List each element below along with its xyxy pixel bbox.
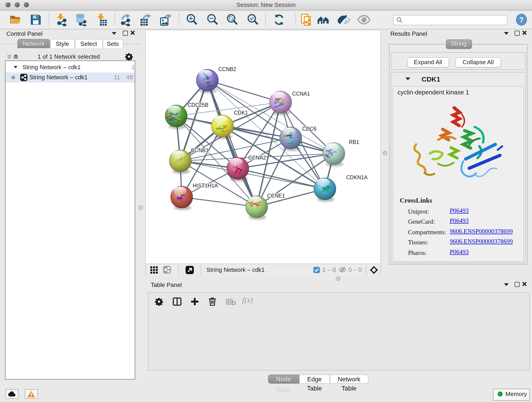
import-database-icon[interactable]	[75, 13, 88, 26]
birdseye-grid-icon[interactable]	[150, 266, 158, 274]
node-label-CDK1: CDK1	[234, 110, 248, 116]
node-label-CDC6: CDC6	[302, 126, 317, 132]
gene-details: cyclin-dependent kinase 1	[393, 86, 524, 262]
disclosure-triangle-icon[interactable]	[14, 66, 17, 68]
node-label-CDC25B: CDC25B	[187, 102, 208, 108]
node-CCNE1[interactable]: CCNE1	[245, 193, 285, 220]
import-network-icon[interactable]	[56, 13, 68, 26]
houses-icon[interactable]	[317, 14, 330, 25]
refresh-icon[interactable]	[273, 14, 285, 26]
memory-button[interactable]: Memory	[493, 389, 530, 400]
crosslink-value[interactable]: P06493	[450, 248, 469, 255]
table-settings-gear-icon[interactable]	[155, 297, 163, 306]
function-builder-icon: f(x)	[242, 295, 253, 305]
tab-style[interactable]: Style	[50, 39, 75, 48]
add-column-icon[interactable]	[190, 297, 199, 306]
expand-all-button[interactable]: Expand All	[407, 57, 449, 67]
network-row-label: String Network – cdk1	[29, 72, 88, 83]
edge-CCNA2-CDKN1A[interactable]	[238, 168, 325, 189]
fit-content-crosshair-icon[interactable]	[370, 266, 378, 274]
zoom-selected-icon[interactable]	[247, 14, 259, 26]
tab-select[interactable]: Select	[75, 39, 102, 48]
splitter-handle[interactable]	[383, 151, 387, 155]
zoom-fit-icon[interactable]	[226, 14, 238, 26]
zoom-in-icon[interactable]	[186, 14, 198, 26]
crosslink-value[interactable]: 9606.ENSP00000378699	[450, 228, 513, 235]
results-tab-string[interactable]: String	[446, 39, 472, 49]
crosslink-row: GeneCard:P06493	[408, 217, 525, 225]
crosslink-value[interactable]: P06493	[450, 217, 469, 225]
node-RB1[interactable]: RB1	[323, 139, 359, 167]
crosslink-value[interactable]: 9606.ENSP00000378699	[450, 238, 513, 245]
collapse-all-button[interactable]: Collapse All	[456, 57, 501, 67]
table-panel-close-icon[interactable]	[522, 281, 527, 287]
node-label-CCNB2: CCNB2	[218, 66, 236, 72]
node-label-RB1: RB1	[349, 139, 359, 145]
svg-text:?: ?	[519, 15, 524, 24]
copy-document-icon[interactable]	[301, 13, 312, 26]
tab-node-table[interactable]: Node Table	[268, 374, 299, 384]
separator	[178, 265, 178, 274]
toolbar-separator	[49, 14, 49, 26]
show-all-icon[interactable]	[357, 15, 370, 25]
splitter-handle[interactable]	[138, 205, 143, 210]
hide-selected-icon[interactable]	[337, 14, 351, 26]
crosslinks-title: CrossLinks	[400, 196, 432, 204]
toolbar-separator	[296, 14, 296, 26]
help-icon[interactable]: ?	[515, 13, 528, 26]
network-view[interactable]: CCNB2CCNA1CDC25BCDK1CDC6RB1CCNB1CCNA2CDK…	[145, 30, 380, 275]
collapse-all-tree-icon[interactable]	[6, 54, 12, 60]
control-panel-close-icon[interactable]	[130, 30, 135, 35]
network-row-selected[interactable]: String Network – cdk1 11 48	[6, 72, 135, 83]
tab-sets[interactable]: Sets	[103, 39, 123, 48]
node-CCNB2[interactable]: CCNB2	[196, 66, 236, 93]
results-panel-maximize-icon[interactable]	[515, 31, 520, 36]
tab-network[interactable]: Network	[17, 39, 50, 48]
node-CDKN1A[interactable]: CDKN1A	[314, 174, 367, 202]
network-edge-count: 48	[124, 72, 133, 83]
warning-status-button[interactable]	[25, 389, 38, 399]
delete-column-icon[interactable]	[208, 297, 216, 306]
gear-icon[interactable]	[125, 53, 133, 61]
control-panel-float-icon[interactable]	[112, 32, 116, 35]
edge-CCNB2-CCNA1[interactable]	[207, 80, 280, 102]
import-table-icon[interactable]	[96, 13, 107, 26]
cloud-status-button[interactable]	[5, 389, 18, 399]
search-input[interactable]	[393, 15, 507, 25]
network-collection-row[interactable]: String Network – cdk1 1	[6, 62, 135, 72]
application-window: Session: New Session	[0, 0, 532, 402]
open-in-window-icon[interactable]	[185, 266, 194, 274]
tab-network-table[interactable]: Network Table	[330, 374, 368, 384]
string-network-icon	[20, 74, 27, 81]
expand-all-tree-icon[interactable]	[13, 54, 19, 60]
export-network-icon[interactable]	[120, 13, 132, 26]
save-icon[interactable]	[30, 14, 41, 25]
export-image-icon[interactable]	[160, 13, 172, 26]
results-panel-float-icon[interactable]	[504, 32, 509, 35]
selected-counter: 1 – 0	[322, 264, 336, 276]
table-panel-float-icon[interactable]	[504, 283, 509, 286]
crosslink-row: Pharos:P06493	[408, 248, 525, 256]
network-canvas[interactable]: CCNB2CCNA1CDC25BCDK1CDC6RB1CCNB1CCNA2CDK…	[146, 30, 380, 263]
show-columns-icon[interactable]	[172, 297, 181, 306]
separator	[336, 266, 336, 274]
node-CCNA2[interactable]: CCNA2	[227, 155, 266, 182]
separator	[365, 265, 366, 274]
edge-HIST1H1A-CCNE1[interactable]	[181, 197, 256, 207]
export-table-icon[interactable]	[139, 13, 152, 26]
tab-edge-table[interactable]: Edge Table	[299, 374, 330, 384]
results-panel-close-icon[interactable]	[522, 30, 527, 35]
table-panel-maximize-icon[interactable]	[515, 282, 520, 287]
node-label-CCNA1: CCNA1	[292, 91, 310, 97]
control-panel-maximize-icon[interactable]	[123, 31, 128, 36]
crosslink-value[interactable]: P06493	[450, 207, 469, 214]
open-folder-icon[interactable]	[9, 14, 22, 25]
selected-checkbox-icon[interactable]	[313, 267, 320, 273]
node-CDC6[interactable]: CDC6	[279, 126, 317, 151]
splitter-handle[interactable]	[336, 276, 341, 281]
zoom-out-icon[interactable]	[206, 14, 218, 26]
gene-disclosure-icon[interactable]	[405, 77, 410, 80]
node-HIST1H1A[interactable]: HIST1H1A	[171, 183, 218, 210]
edge-CDK1-RB1[interactable]	[222, 126, 334, 153]
string-network-badge-icon[interactable]	[163, 266, 171, 274]
